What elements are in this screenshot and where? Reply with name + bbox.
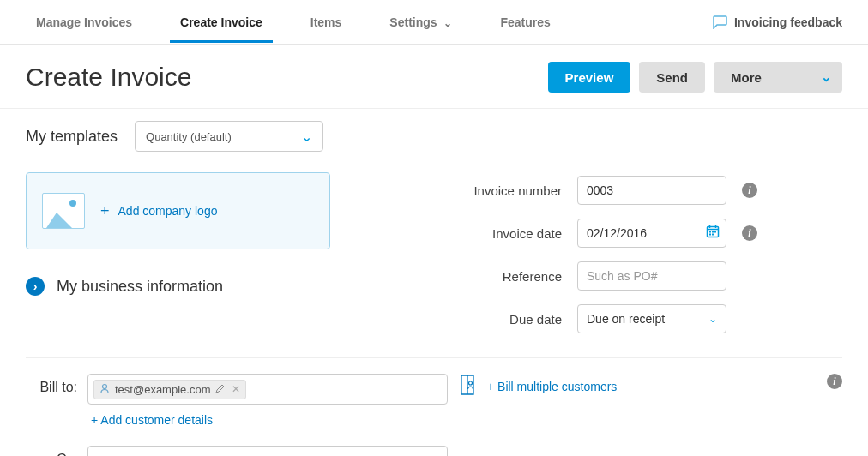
- chip-email: test@example.com: [115, 383, 210, 396]
- templates-row: My templates Quantity (default) ⌄: [0, 109, 868, 157]
- page-title: Create Invoice: [26, 63, 191, 92]
- due-date-label: Due date: [369, 312, 562, 327]
- invoicing-feedback-link[interactable]: Invoicing feedback: [712, 15, 842, 29]
- tab-create-invoice[interactable]: Create Invoice: [170, 2, 273, 43]
- info-icon[interactable]: i: [827, 374, 842, 389]
- add-customer-details-link[interactable]: + Add customer details: [91, 413, 448, 427]
- left-column: + Add company logo › My business informa…: [26, 172, 335, 337]
- svg-point-9: [103, 384, 107, 388]
- bill-to-row: Bill to: test@example.com ✕ + Add custom…: [26, 374, 842, 427]
- plus-icon: +: [100, 202, 110, 220]
- person-icon: [99, 383, 110, 396]
- info-icon[interactable]: i: [742, 225, 757, 241]
- business-info-label: My business information: [57, 278, 223, 296]
- due-date-row: Due date Due on receipt ⌄: [369, 301, 842, 337]
- tab-items[interactable]: Items: [300, 2, 353, 43]
- due-date-value: Due on receipt: [587, 312, 665, 326]
- tab-features[interactable]: Features: [490, 2, 560, 43]
- add-logo-text: + Add company logo: [100, 202, 217, 220]
- preview-button[interactable]: Preview: [548, 62, 631, 93]
- templates-label: My templates: [26, 128, 118, 146]
- invoice-meta-section: + Add company logo › My business informa…: [0, 157, 868, 337]
- top-tabs: Manage Invoices Create Invoice Items Set…: [0, 0, 868, 45]
- right-column: Invoice number i Invoice date i Referenc…: [369, 172, 842, 337]
- my-business-information[interactable]: › My business information: [26, 277, 335, 296]
- add-company-logo[interactable]: + Add company logo: [26, 172, 330, 249]
- reference-input[interactable]: [577, 261, 726, 291]
- chevron-down-icon: ⌄: [821, 69, 832, 85]
- chevron-down-icon: ⌄: [443, 17, 452, 29]
- invoice-number-row: Invoice number i: [369, 172, 842, 208]
- page-header: Create Invoice Preview Send More ⌄: [0, 45, 868, 109]
- tab-settings-label: Settings: [389, 15, 437, 29]
- due-date-select[interactable]: Due on receipt ⌄: [577, 304, 726, 333]
- customer-chip: test@example.com ✕: [93, 380, 246, 399]
- chevron-down-icon: ⌄: [708, 313, 717, 325]
- info-icon[interactable]: i: [742, 183, 757, 198]
- reference-label: Reference: [369, 269, 562, 284]
- invoice-date-label: Invoice date: [369, 226, 562, 241]
- svg-point-10: [469, 381, 473, 385]
- more-label: More: [731, 70, 762, 85]
- template-selected: Quantity (default): [146, 130, 301, 143]
- speech-bubble-icon: [712, 15, 727, 29]
- bill-to-input[interactable]: test@example.com ✕: [87, 374, 448, 405]
- remove-chip-icon[interactable]: ✕: [232, 383, 240, 395]
- address-book-icon[interactable]: [458, 374, 477, 399]
- reference-row: Reference: [369, 258, 842, 294]
- tab-manage-invoices[interactable]: Manage Invoices: [26, 2, 142, 43]
- invoice-number-input[interactable]: [577, 176, 726, 205]
- chevron-down-icon: ⌄: [301, 129, 312, 145]
- invoice-date-row: Invoice date i: [369, 215, 842, 251]
- bill-multiple-customers-link[interactable]: + Bill multiple customers: [487, 380, 617, 393]
- tab-settings[interactable]: Settings ⌄: [379, 2, 462, 43]
- send-button[interactable]: Send: [639, 62, 705, 93]
- pencil-icon[interactable]: [215, 383, 225, 396]
- invoice-date-input[interactable]: [577, 219, 726, 248]
- invoice-number-label: Invoice number: [369, 183, 562, 198]
- arrow-right-icon: ›: [26, 277, 45, 296]
- cc-input[interactable]: [87, 446, 448, 456]
- bill-to-label: Bill to:: [26, 374, 77, 395]
- header-actions: Preview Send More ⌄: [548, 62, 842, 93]
- image-placeholder-icon: [42, 193, 85, 229]
- feedback-label: Invoicing feedback: [734, 15, 842, 29]
- cc-row: Cc:: [26, 446, 842, 456]
- cc-label: Cc:: [26, 446, 77, 456]
- bill-section: Bill to: test@example.com ✕ + Add custom…: [0, 358, 868, 456]
- template-select[interactable]: Quantity (default) ⌄: [135, 121, 323, 152]
- more-button[interactable]: More ⌄: [714, 62, 842, 93]
